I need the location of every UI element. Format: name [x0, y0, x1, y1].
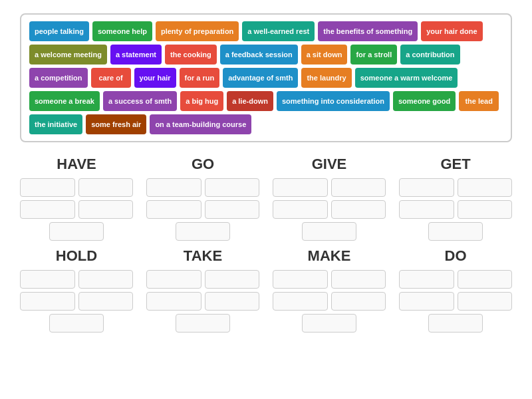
drop-cell-make-1[interactable] [331, 270, 386, 289]
verb-label-make: MAKE [308, 247, 351, 265]
verb-group-have: HAVE [20, 156, 133, 241]
tile-t18[interactable]: advantage of smth [223, 68, 298, 88]
verb-group-hold: HOLD [20, 247, 133, 332]
tile-t16[interactable]: your hair [134, 68, 176, 88]
drop-row-single-hold [20, 314, 133, 332]
tile-t1[interactable]: people talking [29, 21, 89, 41]
drop-cell-give-0[interactable] [273, 178, 328, 197]
drop-cell-do-3[interactable] [458, 292, 513, 311]
drop-grid-do [399, 270, 512, 311]
tile-t12[interactable]: for a stroll [350, 45, 397, 65]
tiles-area: people talkingsomeone helpplenty of prep… [20, 13, 512, 142]
drop-grid-have [20, 178, 133, 219]
tile-t10[interactable]: a feedback session [220, 45, 298, 65]
tile-t9[interactable]: the cooking [165, 45, 217, 65]
drop-cell-go-single[interactable] [176, 222, 231, 241]
tile-t19[interactable]: the laundry [301, 68, 351, 88]
tile-t28[interactable]: the initiative [29, 114, 82, 134]
drop-grid-give [273, 178, 386, 219]
drop-cell-have-single[interactable] [49, 222, 104, 241]
tile-t25[interactable]: something into consideration [277, 91, 390, 111]
drop-row-single-have [20, 222, 133, 241]
drop-cell-get-1[interactable] [458, 178, 513, 197]
main-container: people talkingsomeone helpplenty of prep… [0, 0, 532, 346]
drop-cell-take-2[interactable] [146, 292, 201, 311]
drop-grid-take [146, 270, 259, 311]
verb-group-make: MAKE [273, 247, 386, 332]
drop-row-single-get [399, 222, 512, 241]
drop-cell-hold-1[interactable] [78, 270, 134, 289]
tile-t22[interactable]: a success of smth [103, 91, 177, 111]
verb-group-get: GET [399, 156, 512, 241]
drop-cell-give-single[interactable] [302, 222, 357, 241]
drop-cell-do-single[interactable] [428, 314, 483, 332]
verb-group-give: GIVE [273, 156, 386, 241]
tile-t3[interactable]: plenty of preparation [156, 21, 239, 41]
tile-t5[interactable]: the benefits of something [318, 21, 418, 41]
tile-t23[interactable]: a big hug [180, 91, 223, 111]
tile-t4[interactable]: a well-earned rest [242, 21, 315, 41]
drop-cell-take-single[interactable] [176, 314, 231, 332]
drop-cell-get-3[interactable] [458, 200, 513, 219]
drop-cell-make-2[interactable] [273, 292, 328, 311]
tile-t17[interactable]: for a run [180, 68, 220, 88]
drop-cell-have-2[interactable] [20, 200, 75, 219]
drop-cell-go-0[interactable] [146, 178, 201, 197]
drop-grid-go [146, 178, 259, 219]
drop-row-single-make [273, 314, 386, 332]
tile-t7[interactable]: a welcome meeting [29, 45, 107, 65]
drop-row-single-go [146, 222, 259, 241]
drop-cell-give-2[interactable] [273, 200, 328, 219]
tile-t21[interactable]: someone a break [29, 91, 100, 111]
drop-row-single-give [273, 222, 386, 241]
drop-cell-do-1[interactable] [458, 270, 513, 289]
drop-cell-do-0[interactable] [399, 270, 454, 289]
tile-t29[interactable]: some fresh air [86, 114, 146, 134]
tile-t20[interactable]: someone a warm welcome [355, 68, 458, 88]
verbs-section: HAVEGOGIVEGETHOLDTAKEMAKEDO [20, 156, 512, 332]
verb-group-go: GO [146, 156, 259, 241]
verb-group-take: TAKE [146, 247, 259, 332]
drop-cell-get-single[interactable] [428, 222, 483, 241]
drop-cell-go-3[interactable] [205, 200, 260, 219]
drop-cell-get-0[interactable] [399, 178, 454, 197]
tile-t15[interactable]: care of [91, 68, 131, 88]
drop-cell-hold-single[interactable] [49, 314, 104, 332]
tile-t14[interactable]: a competition [29, 68, 88, 88]
drop-cell-take-3[interactable] [205, 292, 260, 311]
tile-t13[interactable]: a contribution [400, 45, 460, 65]
drop-cell-have-1[interactable] [78, 178, 134, 197]
drop-cell-make-single[interactable] [302, 314, 357, 332]
tile-t11[interactable]: a sit down [301, 45, 348, 65]
tile-t30[interactable]: on a team-building course [150, 114, 251, 134]
drop-cell-have-0[interactable] [20, 178, 75, 197]
drop-grid-get [399, 178, 512, 219]
drop-cell-make-0[interactable] [273, 270, 328, 289]
verb-label-have: HAVE [57, 156, 96, 173]
drop-cell-take-1[interactable] [205, 270, 260, 289]
drop-cell-give-1[interactable] [331, 178, 386, 197]
drop-cell-give-3[interactable] [331, 200, 386, 219]
tile-t24[interactable]: a lie-down [227, 91, 273, 111]
drop-cell-go-1[interactable] [205, 178, 260, 197]
tile-t8[interactable]: a statement [110, 45, 162, 65]
drop-cell-hold-3[interactable] [78, 292, 134, 311]
verb-label-give: GIVE [312, 156, 347, 173]
drop-cell-go-2[interactable] [146, 200, 201, 219]
tile-t2[interactable]: someone help [92, 21, 152, 41]
tile-t26[interactable]: someone good [393, 91, 456, 111]
tile-t6[interactable]: your hair done [421, 21, 482, 41]
verb-group-do: DO [399, 247, 512, 332]
drop-cell-hold-2[interactable] [20, 292, 75, 311]
verb-label-take: TAKE [184, 247, 222, 265]
drop-cell-take-0[interactable] [146, 270, 201, 289]
drop-cell-make-3[interactable] [331, 292, 386, 311]
drop-grid-hold [20, 270, 133, 311]
tile-t27[interactable]: the lead [459, 91, 499, 111]
drop-cell-get-2[interactable] [399, 200, 454, 219]
drop-cell-hold-0[interactable] [20, 270, 75, 289]
verb-label-get: GET [440, 156, 470, 173]
drop-cell-have-3[interactable] [78, 200, 134, 219]
drop-row-single-do [399, 314, 512, 332]
drop-cell-do-2[interactable] [399, 292, 454, 311]
